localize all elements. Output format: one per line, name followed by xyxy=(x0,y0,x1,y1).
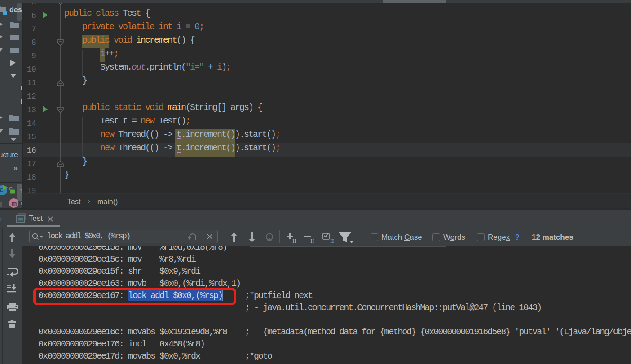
svg-text:II: II xyxy=(292,237,296,244)
svg-text:II: II xyxy=(330,237,334,244)
svg-text:II: II xyxy=(310,237,314,244)
